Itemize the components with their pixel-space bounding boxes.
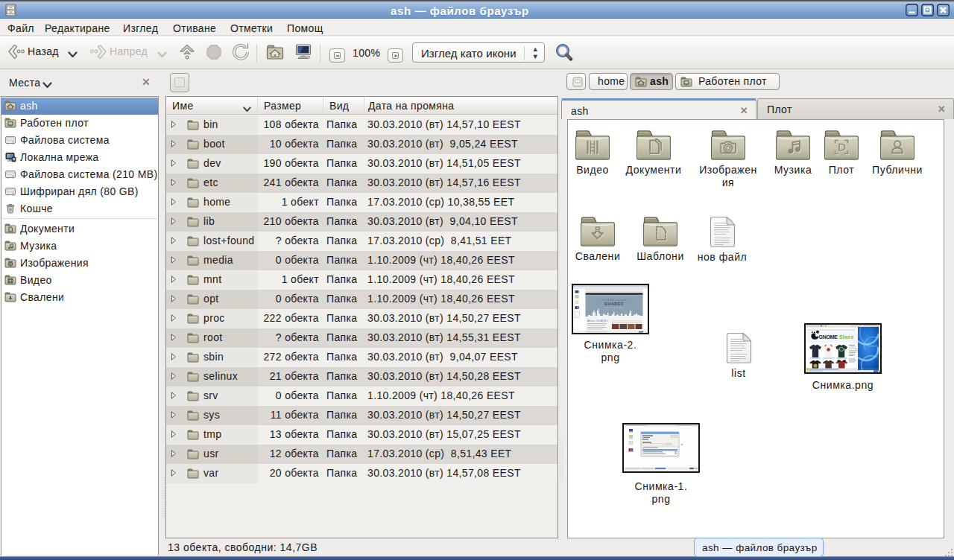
svg-text:latest news and photos on the: latest news and photos on the xyxy=(612,319,642,321)
svg-text:Store: Store xyxy=(839,334,854,340)
svg-text:About GUADEC: About GUADEC xyxy=(587,319,609,322)
svg-text:July 24-30th, 2010: July 24-30th, 2010 xyxy=(604,307,624,309)
svg-text:GNOME: GNOME xyxy=(819,334,838,340)
svg-text:GUADEC: GUADEC xyxy=(604,302,624,306)
